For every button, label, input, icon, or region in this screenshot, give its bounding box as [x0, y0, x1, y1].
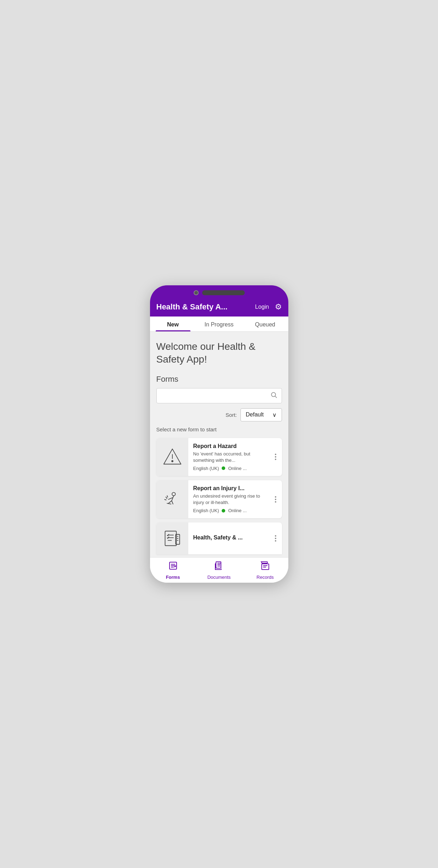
hazard-desc: No 'event' has occurred, but something w… [193, 451, 266, 464]
gear-icon[interactable]: ⚙ [275, 302, 282, 312]
nav-records[interactable]: Records [242, 558, 288, 583]
injury-icon [156, 480, 188, 518]
three-dots-icon-2 [275, 496, 276, 503]
main-content: Welcome our Health & Safety App! Forms S… [150, 332, 288, 583]
three-dots-icon [275, 454, 276, 460]
hazard-menu-button[interactable] [269, 438, 282, 476]
svg-line-7 [164, 499, 166, 500]
login-button[interactable]: Login [255, 304, 269, 310]
tab-in-progress[interactable]: In Progress [196, 317, 242, 331]
search-icon [270, 391, 277, 400]
hazard-status: Online ... [228, 466, 246, 471]
forms-section-label: Forms [156, 375, 282, 384]
svg-point-4 [172, 460, 173, 462]
chevron-down-icon: ∨ [272, 411, 277, 418]
injury-menu-button[interactable] [269, 480, 282, 518]
nav-documents[interactable]: Documents [196, 558, 242, 583]
online-indicator [222, 466, 225, 470]
svg-rect-24 [262, 562, 267, 563]
search-bar [156, 388, 282, 403]
injury-status: Online ... [228, 508, 246, 513]
tab-queued[interactable]: Queued [242, 317, 288, 331]
form-card-injury[interactable]: Report an Injury I... An undesired event… [156, 480, 282, 518]
online-indicator-2 [222, 509, 225, 513]
health-safety-menu-button[interactable] [269, 522, 282, 554]
svg-line-8 [167, 495, 168, 497]
select-hint: Select a new form to start [156, 426, 282, 432]
hazard-lang: English (UK) [193, 466, 219, 471]
injury-meta: English (UK) Online ... [193, 508, 266, 513]
hazard-meta: English (UK) Online ... [193, 466, 266, 471]
svg-point-0 [271, 392, 276, 397]
injury-title: Report an Injury I... [193, 485, 266, 492]
injury-desc: An undesired event giving rise to injury… [193, 493, 266, 506]
forms-nav-icon [168, 561, 178, 573]
nav-forms[interactable]: Forms [150, 558, 196, 583]
svg-line-6 [166, 497, 167, 499]
form-card-health-safety-body: Health, Safety & ... [188, 522, 269, 554]
hazard-title: Report a Hazard [193, 443, 266, 449]
notch-bar [202, 290, 245, 295]
svg-line-1 [275, 396, 277, 398]
svg-point-5 [172, 492, 175, 495]
tab-new[interactable]: New [150, 317, 196, 331]
app-header: Health & Safety A... Login ⚙ [150, 299, 288, 317]
form-card-hazard-body: Report a Hazard No 'event' has occurred,… [188, 438, 269, 476]
health-safety-title: Health, Safety & ... [193, 534, 266, 541]
form-card-injury-body: Report an Injury I... An undesired event… [188, 480, 269, 518]
documents-nav-icon [214, 561, 224, 573]
welcome-text: Welcome our Health & Safety App! [156, 340, 282, 366]
sort-label: Sort: [226, 412, 237, 418]
checklist-icon [156, 522, 188, 554]
search-input[interactable] [161, 392, 270, 399]
forms-nav-label: Forms [166, 575, 180, 580]
injury-lang: English (UK) [193, 508, 219, 513]
bottom-nav: Forms Documents [150, 557, 288, 583]
sort-dropdown[interactable]: Default ∨ [240, 408, 282, 421]
tabs-row: New In Progress Queued [150, 317, 288, 332]
svg-rect-9 [165, 531, 176, 546]
form-card-health-safety[interactable]: Health, Safety & ... [156, 522, 282, 554]
phone-notch [194, 290, 245, 295]
notch-area [150, 285, 288, 299]
camera-notch [194, 290, 199, 295]
app-title: Health & Safety A... [156, 302, 255, 312]
phone-frame: Health & Safety A... Login ⚙ New In Prog… [150, 285, 288, 583]
documents-nav-label: Documents [207, 575, 231, 580]
records-nav-label: Records [256, 575, 273, 580]
records-nav-icon [260, 561, 270, 573]
form-card-hazard[interactable]: Report a Hazard No 'event' has occurred,… [156, 438, 282, 476]
three-dots-icon-3 [275, 535, 276, 542]
hazard-icon [156, 438, 188, 476]
sort-row: Sort: Default ∨ [156, 408, 282, 421]
sort-value: Default [246, 411, 264, 418]
